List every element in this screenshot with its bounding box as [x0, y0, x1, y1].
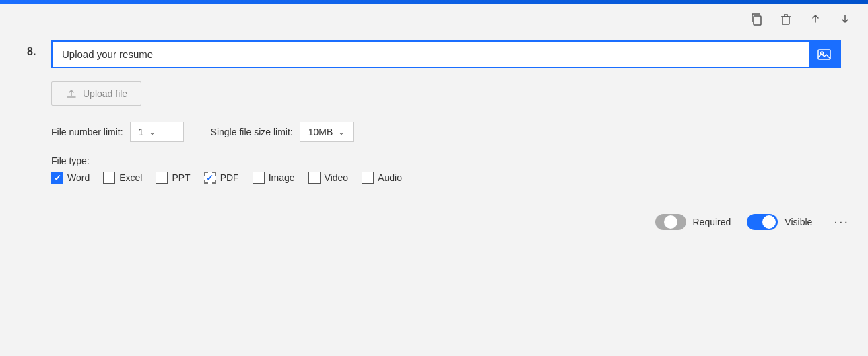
move-down-icon[interactable] — [836, 9, 855, 28]
visible-toggle-group: Visible — [747, 214, 812, 230]
upload-file-label: Upload file — [83, 88, 127, 99]
file-type-row: File type: — [51, 155, 841, 166]
file-type-checkboxes: ✓ Word Excel PPT ✓ PDF — [51, 172, 841, 184]
upload-file-button[interactable]: Upload file — [51, 81, 141, 106]
checkbox-item-word[interactable]: ✓ Word — [51, 172, 90, 184]
single-file-size-limit-label: Single file size limit: — [211, 127, 293, 137]
visible-toggle[interactable] — [747, 214, 778, 230]
delete-icon[interactable] — [776, 9, 795, 28]
checkbox-item-ppt[interactable]: PPT — [156, 172, 190, 184]
copy-icon[interactable] — [747, 9, 766, 28]
question-input[interactable] — [53, 42, 809, 67]
file-type-section: File type: ✓ Word Excel PPT — [51, 155, 841, 184]
checkbox-image[interactable] — [253, 172, 265, 184]
checkbox-item-image[interactable]: Image — [253, 172, 295, 184]
checkbox-word-label: Word — [67, 172, 90, 183]
toolbar — [0, 4, 868, 34]
checkbox-pdf[interactable]: ✓ — [204, 172, 216, 184]
file-number-limit-arrow: ⌄ — [149, 127, 156, 137]
svg-rect-1 — [782, 17, 789, 24]
file-number-limit-value: 1 — [139, 127, 144, 137]
single-file-size-limit-arrow: ⌄ — [338, 127, 345, 137]
checkbox-item-excel[interactable]: Excel — [103, 172, 142, 184]
checkbox-ppt[interactable] — [156, 172, 168, 184]
checkbox-item-audio[interactable]: Audio — [362, 172, 402, 184]
footer-row: Required Visible ··· — [0, 211, 868, 232]
checkbox-pdf-label: PDF — [220, 172, 239, 183]
checkbox-video-label: Video — [325, 172, 349, 183]
checkbox-audio[interactable] — [362, 172, 374, 184]
question-number: 8. — [27, 46, 43, 58]
main-content: 8. Upload file File number limit: — [0, 34, 868, 203]
more-options-button[interactable]: ··· — [828, 211, 855, 232]
image-button[interactable] — [809, 42, 840, 67]
file-number-limit-item: File number limit: 1 ⌄ — [51, 122, 184, 142]
checkbox-item-pdf[interactable]: ✓ PDF — [204, 172, 239, 184]
single-file-size-limit-dropdown[interactable]: 10MB ⌄ — [300, 122, 354, 142]
required-toggle[interactable] — [655, 214, 686, 230]
single-file-size-limit-item: Single file size limit: 10MB ⌄ — [211, 122, 354, 142]
question-input-wrapper — [51, 40, 841, 68]
required-toggle-group: Required — [655, 214, 731, 230]
required-label: Required — [693, 217, 731, 227]
checkbox-ppt-label: PPT — [172, 172, 190, 183]
settings-row: File number limit: 1 ⌄ Single file size … — [51, 122, 841, 142]
visible-label: Visible — [784, 217, 812, 227]
file-number-limit-dropdown[interactable]: 1 ⌄ — [130, 122, 184, 142]
move-up-icon[interactable] — [806, 9, 825, 28]
svg-rect-0 — [754, 16, 761, 25]
checkbox-audio-label: Audio — [378, 172, 402, 183]
svg-rect-2 — [818, 50, 830, 59]
checkbox-excel-label: Excel — [119, 172, 142, 183]
file-type-label: File type: — [51, 155, 90, 166]
checkbox-word[interactable]: ✓ — [51, 172, 63, 184]
checkbox-excel[interactable] — [103, 172, 115, 184]
question-row: 8. — [27, 40, 841, 68]
single-file-size-limit-value: 10MB — [308, 127, 333, 137]
checkbox-item-video[interactable]: Video — [308, 172, 349, 184]
file-number-limit-label: File number limit: — [51, 127, 123, 137]
checkbox-video[interactable] — [308, 172, 321, 184]
checkbox-image-label: Image — [269, 172, 295, 183]
